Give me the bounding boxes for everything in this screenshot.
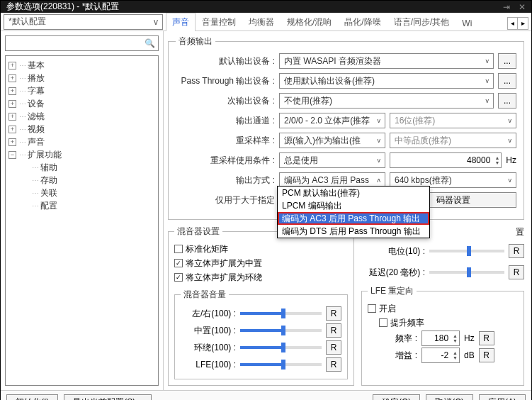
- select-bitdepth[interactable]: 16位(推荐)v: [390, 113, 516, 128]
- slider-lr[interactable]: [240, 312, 322, 315]
- chevron-down-icon: v: [378, 137, 381, 144]
- slider-lfe[interactable]: [240, 363, 322, 366]
- chevron-down-icon: v: [509, 117, 512, 124]
- slider-surround[interactable]: [240, 346, 322, 349]
- spinner-icon[interactable]: ▲▼: [453, 350, 458, 360]
- tree-item-store[interactable]: ⋯存助: [7, 174, 157, 187]
- tab-scroll-nav[interactable]: ◂ ▸: [507, 17, 528, 30]
- expand-icon[interactable]: +: [9, 74, 16, 82]
- chk-stereo-surround[interactable]: ✓将立体声扩展为环绕: [174, 270, 348, 284]
- expand-icon[interactable]: +: [9, 87, 16, 95]
- secondary-more-button[interactable]: ...: [498, 93, 516, 109]
- cancel-button[interactable]: 取消(C): [426, 394, 473, 401]
- select-resample-rate[interactable]: 源(输入)作为输出(推v: [279, 133, 385, 148]
- apply-button[interactable]: 应用(A): [479, 394, 526, 401]
- reset-surround-button[interactable]: R: [326, 340, 341, 355]
- label-resample-cond: 重采样使用条件 :: [176, 155, 275, 167]
- expand-icon[interactable]: +: [9, 62, 16, 70]
- select-resample-cond[interactable]: 总是使用v: [279, 152, 385, 168]
- expand-icon[interactable]: +: [9, 100, 16, 108]
- tab-volume[interactable]: 音量控制: [196, 13, 242, 31]
- dropdown-option[interactable]: 编码为 DTS 后用 Pass Through 输出: [278, 225, 429, 238]
- chk-lfe-enable[interactable]: 开启: [368, 301, 518, 316]
- chevron-down-icon: v: [486, 57, 489, 65]
- chk-stereo-center[interactable]: ✓将立体声扩展为中置: [174, 256, 348, 270]
- ok-button[interactable]: 确定(O): [373, 394, 420, 401]
- tab-nav-right-icon[interactable]: ▸: [518, 18, 528, 29]
- slider-center[interactable]: [240, 329, 322, 332]
- slider-delay[interactable]: [429, 271, 504, 274]
- tree-item-video[interactable]: +⋯视频: [7, 123, 157, 135]
- reset-delay-button[interactable]: R: [509, 265, 524, 279]
- slider-level[interactable]: [429, 250, 504, 252]
- checkbox-icon: [174, 245, 183, 253]
- tree-item-play[interactable]: +⋯播放: [7, 72, 157, 84]
- chevron-up-icon: ʌ: [377, 177, 380, 184]
- reset-lfe-gain-button[interactable]: R: [479, 348, 494, 362]
- label-lfe-gain: 增益 :: [368, 350, 417, 362]
- input-lfe-gain[interactable]: -2▲▼: [421, 348, 460, 363]
- tree-item-aux[interactable]: ⋯辅助: [7, 161, 157, 174]
- tab-crystal[interactable]: 晶化/降噪: [338, 13, 387, 31]
- dropdown-option[interactable]: LPCM 编码输出: [278, 199, 429, 212]
- chevron-down-icon: v: [486, 97, 489, 104]
- tree-item-filter[interactable]: +⋯滤镜: [7, 110, 157, 123]
- expand-icon[interactable]: +: [9, 126, 16, 133]
- select-channels[interactable]: 2/0/0 - 2.0 立体声(推荐v: [279, 113, 385, 128]
- default-device-more-button[interactable]: ...: [498, 53, 516, 69]
- titlebar: 参数选项(220831) - *默认配置 ⇥ ✕: [1, 1, 531, 13]
- reset-center-button[interactable]: R: [326, 323, 341, 338]
- expand-icon[interactable]: +: [9, 138, 16, 146]
- input-lfe-freq[interactable]: 180▲▼: [421, 330, 460, 346]
- config-dropdown[interactable]: *默认配置 v: [4, 14, 163, 30]
- spinner-icon[interactable]: ▲▼: [453, 333, 458, 343]
- select-secondary-device[interactable]: 不使用(推荐)v: [279, 93, 494, 109]
- unit-db: dB: [464, 350, 475, 360]
- pin-icon[interactable]: ⇥: [503, 2, 510, 12]
- group-mixer-legend: 混音器设置: [174, 226, 222, 238]
- reset-lfe-button[interactable]: R: [326, 357, 341, 372]
- chevron-down-icon: v: [378, 157, 381, 164]
- dropdown-option-selected[interactable]: 编码为 AC3 后用 Pass Through 输出: [278, 212, 429, 225]
- tree-item-basic[interactable]: +⋯基本: [7, 59, 157, 72]
- search-input[interactable]: 🔍: [5, 35, 159, 51]
- spinner-icon[interactable]: ▲▼: [494, 155, 499, 165]
- input-resample-hz[interactable]: 48000▲▼: [390, 152, 502, 168]
- tab-overflow[interactable]: Wi: [455, 15, 478, 31]
- output-mode-dropdown[interactable]: PCM 默认输出(推荐) LPCM 编码输出 编码为 AC3 后用 Pass T…: [277, 186, 430, 238]
- label-lfe: LFE(100) :: [181, 360, 236, 370]
- select-passthrough-device[interactable]: 使用默认输出设备(推荐)v: [279, 73, 494, 89]
- select-default-device[interactable]: 内置 WASAPI 音频渲染器v: [279, 53, 494, 69]
- reset-lfe-freq-button[interactable]: R: [479, 331, 494, 345]
- config-dropdown-value: *默认配置: [9, 16, 46, 28]
- tree-item-ext[interactable]: −⋯扩展功能: [7, 148, 157, 161]
- checkbox-checked-icon: ✓: [174, 259, 183, 267]
- tab-eq[interactable]: 均衡器: [242, 13, 281, 31]
- label-level: 电位(10) :: [361, 245, 425, 257]
- select-resample-quality[interactable]: 中等品质(推荐)v: [390, 133, 516, 148]
- nav-tree[interactable]: +⋯基本 +⋯播放 +⋯字幕 +⋯设备 +⋯滤镜 +⋯视频 +⋯声音 −⋯扩展功…: [5, 55, 159, 386]
- tree-item-device[interactable]: +⋯设备: [7, 97, 157, 110]
- chk-lfe-boost[interactable]: 提升频率: [368, 316, 518, 330]
- window-title: 参数选项(220831) - *默认配置: [6, 1, 119, 13]
- tab-sound[interactable]: 声音: [166, 13, 196, 31]
- tree-item-config[interactable]: ⋯配置: [7, 199, 157, 212]
- collapse-icon[interactable]: −: [9, 151, 16, 159]
- chk-normalize-matrix[interactable]: 标准化矩阵: [174, 242, 348, 256]
- tree-item-assoc[interactable]: ⋯关联: [7, 187, 157, 199]
- label-only-for: 仅用于大于指定: [176, 194, 275, 206]
- reset-lr-button[interactable]: R: [326, 306, 341, 321]
- tab-nav-left-icon[interactable]: ◂: [508, 18, 518, 29]
- expand-icon[interactable]: +: [9, 113, 16, 121]
- dropdown-option[interactable]: PCM 默认输出(推荐): [278, 187, 429, 199]
- reset-level-button[interactable]: R: [509, 244, 524, 258]
- tree-item-audio[interactable]: +⋯声音: [7, 135, 157, 148]
- tab-normalize[interactable]: 规格化/混响: [281, 13, 338, 31]
- passthrough-more-button[interactable]: ...: [498, 73, 516, 89]
- init-button[interactable]: 初始化(I): [6, 394, 58, 401]
- export-config-button[interactable]: 导出当前配置(S)...: [64, 394, 152, 401]
- close-icon[interactable]: ✕: [519, 2, 526, 12]
- tree-item-subtitle[interactable]: +⋯字幕: [7, 84, 157, 97]
- tab-lang[interactable]: 语言/同步/其他: [387, 13, 456, 31]
- group-mixer-volume-legend: 混音器音量: [181, 289, 229, 301]
